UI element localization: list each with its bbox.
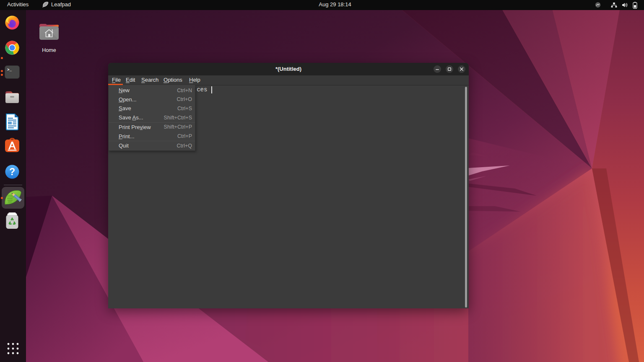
svg-text:?: ? — [9, 166, 15, 177]
svg-text:>_: >_ — [7, 68, 12, 72]
